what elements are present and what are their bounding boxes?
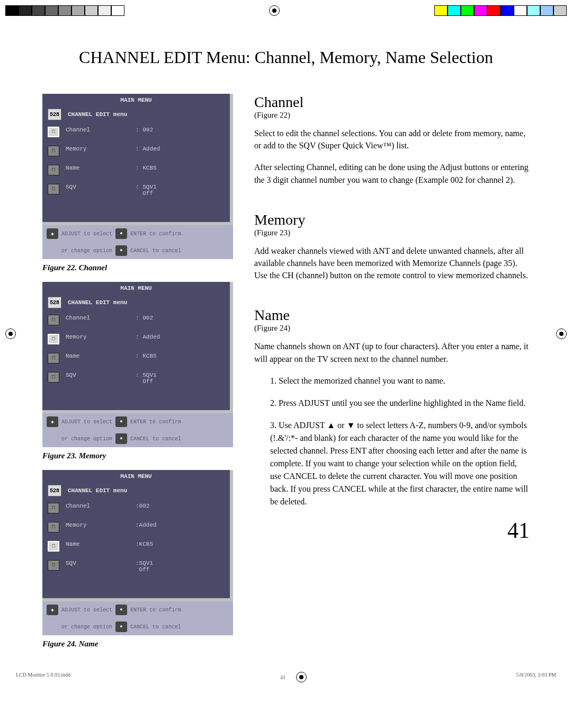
submenu-title: CHANNEL EDIT menu bbox=[68, 299, 127, 306]
print-registration-top bbox=[0, 0, 572, 21]
step-item: 3. Use ADJUST ▲ or ▼ to select letters A… bbox=[254, 419, 530, 508]
menu-item-icon[interactable]: □ bbox=[48, 334, 59, 344]
figure-caption: Figure 23. Memory bbox=[42, 451, 233, 460]
menu-item-label: SQV bbox=[66, 372, 129, 378]
cancel-icon: ● bbox=[115, 245, 127, 256]
menu-item-icon[interactable]: □ bbox=[48, 146, 59, 156]
footer-text: ENTER to confirm bbox=[130, 419, 181, 425]
body-paragraph: Select to edit the channel selections. Y… bbox=[254, 127, 530, 152]
enter-icon: ● bbox=[115, 228, 127, 239]
footer-text: CANCEL to cancel bbox=[130, 624, 181, 630]
tv-menu-figure-23: MAIN MENU 528 CHANNEL EDIT menu □ Channe… bbox=[42, 282, 233, 447]
adjust-icon: ◆ bbox=[47, 605, 58, 615]
enter-icon: ● bbox=[115, 605, 127, 615]
figure-caption: Figure 24. Name bbox=[42, 640, 233, 649]
section-heading: Name bbox=[254, 307, 530, 324]
section-memory: Memory (Figure 23) Add weaker channels v… bbox=[254, 211, 530, 282]
color-bar bbox=[434, 5, 567, 16]
footer-page: 41 bbox=[280, 674, 285, 680]
steps-list: 1. Select the memorized channel you want… bbox=[254, 375, 530, 508]
menu-item-label: SQV bbox=[66, 560, 129, 566]
footer-text: ADJUST to select bbox=[61, 231, 112, 237]
section-subheading: (Figure 22) bbox=[254, 111, 530, 120]
menu-header: MAIN MENU bbox=[42, 282, 230, 295]
menu-item-value: :KCBS bbox=[136, 541, 153, 547]
menu-footer: ◆ ADJUST to select ● ENTER to confirm or… bbox=[42, 413, 233, 447]
section-subheading: (Figure 24) bbox=[254, 324, 530, 333]
menu-item-label: Memory bbox=[66, 334, 129, 340]
footer-text: CANCEL to cancel bbox=[130, 436, 181, 442]
section-heading: Channel bbox=[254, 94, 530, 111]
menu-item-value: : 002 bbox=[136, 315, 153, 321]
tv-menu-figure-24: MAIN MENU 528 CHANNEL EDIT menu □ Channe… bbox=[42, 470, 233, 635]
menu-item-label: Channel bbox=[66, 127, 129, 133]
footer-timestamp: 5/8/2003, 3:03 PM bbox=[516, 672, 556, 682]
page-title: CHANNEL EDIT Menu: Channel, Memory, Name… bbox=[42, 48, 530, 67]
tv-menu-figure-22: MAIN MENU 528 CHANNEL EDIT menu □ Channe… bbox=[42, 94, 233, 259]
menu-footer: ◆ ADJUST to select ● ENTER to confirm or… bbox=[42, 225, 233, 259]
body-paragraph: Name channels shown on ANT (up to four c… bbox=[254, 340, 530, 365]
menu-item-icon[interactable]: □ bbox=[48, 165, 59, 175]
menu-header: MAIN MENU bbox=[42, 470, 230, 483]
menu-item-icon[interactable]: □ bbox=[48, 541, 59, 552]
menu-item-value: : SQV1 Off bbox=[136, 184, 157, 197]
submenu-title: CHANNEL EDIT menu bbox=[68, 111, 127, 118]
adjust-icon: ◆ bbox=[47, 228, 58, 239]
figure-caption: Figure 22. Channel bbox=[42, 263, 233, 272]
menu-item-label: SQV bbox=[66, 184, 129, 190]
menu-item-icon[interactable]: □ bbox=[48, 503, 59, 513]
registration-target-icon bbox=[269, 5, 280, 16]
menu-item-icon[interactable]: □ bbox=[48, 315, 59, 325]
menu-item-icon[interactable]: □ bbox=[48, 372, 59, 383]
menu-header: MAIN MENU bbox=[42, 94, 230, 106]
menu-item-value: :SQV1 Off bbox=[136, 560, 153, 573]
footer-filename: LCD Monitor 5 8 03.indd bbox=[16, 672, 70, 682]
menu-item-label: Memory bbox=[66, 146, 129, 152]
menu-item-value: : KCBS bbox=[136, 353, 157, 359]
section-name: Name (Figure 24) Name channels shown on … bbox=[254, 307, 530, 508]
menu-item-icon[interactable]: □ bbox=[48, 560, 59, 571]
body-paragraph: Add weaker channels viewed with ANT and … bbox=[254, 245, 530, 282]
menu-item-value: : SQV1 Off bbox=[136, 372, 157, 385]
menu-item-label: Channel bbox=[66, 503, 129, 509]
menu-item-label: Name bbox=[66, 165, 129, 171]
menu-item-label: Memory bbox=[66, 522, 129, 528]
menu-item-icon[interactable]: □ bbox=[48, 184, 59, 194]
menu-item-value: : KCBS bbox=[136, 165, 157, 171]
menu-item-label: Name bbox=[66, 541, 129, 547]
menu-item-icon[interactable]: □ bbox=[48, 127, 59, 137]
menu-item-value: :Added bbox=[136, 522, 157, 528]
menu-item-icon[interactable]: □ bbox=[48, 522, 59, 532]
enter-icon: ● bbox=[115, 416, 127, 427]
footer-text: or change option bbox=[61, 248, 112, 254]
step-item: 2. Press ADJUST until you see the underl… bbox=[254, 397, 530, 410]
cancel-icon: ● bbox=[115, 622, 127, 632]
menu-item-label: Name bbox=[66, 353, 129, 359]
logo-528-icon: 528 bbox=[48, 297, 61, 308]
footer-text: ADJUST to select bbox=[61, 607, 112, 613]
menu-item-value: : 002 bbox=[136, 127, 153, 133]
body-paragraph: After selecting Channel, editing can be … bbox=[254, 161, 530, 185]
section-subheading: (Figure 23) bbox=[254, 228, 530, 237]
registration-target-bottom-icon bbox=[296, 672, 307, 682]
print-footer-meta: LCD Monitor 5 8 03.indd 41 5/8/2003, 3:0… bbox=[0, 669, 572, 688]
menu-item-value: :002 bbox=[136, 503, 149, 509]
cancel-icon: ● bbox=[115, 433, 127, 444]
section-heading: Memory bbox=[254, 211, 530, 228]
footer-text: ADJUST to select bbox=[61, 419, 112, 425]
step-item: 1. Select the memorized channel you want… bbox=[254, 375, 530, 387]
footer-text: CANCEL to cancel bbox=[130, 248, 181, 254]
menu-item-value: : Added bbox=[136, 334, 160, 340]
page-number: 41 bbox=[254, 518, 530, 543]
footer-text: or change option bbox=[61, 624, 112, 630]
footer-text: or change option bbox=[61, 436, 112, 442]
menu-item-value: : Added bbox=[136, 146, 160, 152]
menu-item-icon[interactable]: □ bbox=[48, 353, 59, 363]
adjust-icon: ◆ bbox=[47, 416, 58, 427]
submenu-title: CHANNEL EDIT menu bbox=[68, 487, 127, 494]
grayscale-bar bbox=[5, 5, 124, 16]
footer-text: ENTER to confirm bbox=[130, 231, 181, 237]
logo-528-icon: 528 bbox=[48, 109, 61, 120]
footer-text: ENTER to confirm bbox=[130, 607, 181, 613]
menu-footer: ◆ ADJUST to select ● ENTER to confirm or… bbox=[42, 601, 233, 635]
